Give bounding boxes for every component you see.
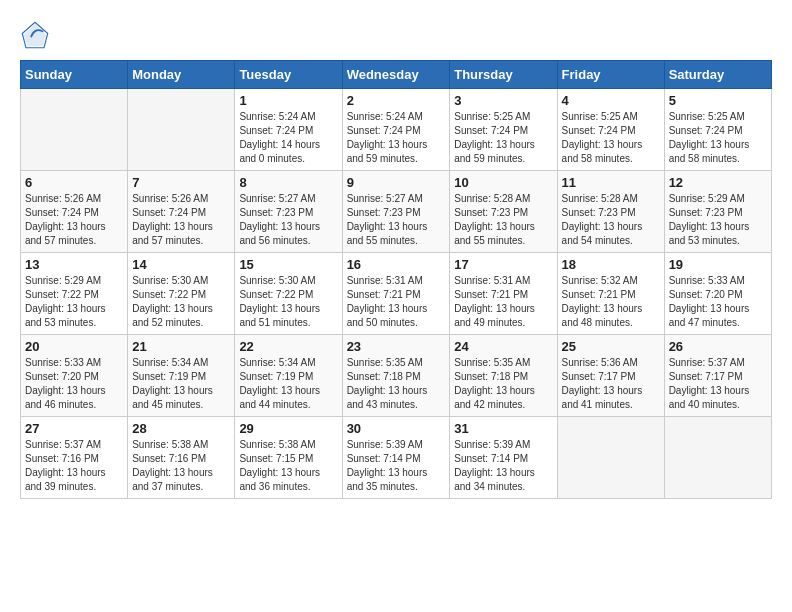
week-row-5: 27Sunrise: 5:37 AM Sunset: 7:16 PM Dayli… (21, 417, 772, 499)
calendar-cell: 24Sunrise: 5:35 AM Sunset: 7:18 PM Dayli… (450, 335, 557, 417)
day-number: 25 (562, 339, 660, 354)
day-number: 21 (132, 339, 230, 354)
day-number: 28 (132, 421, 230, 436)
calendar-cell: 18Sunrise: 5:32 AM Sunset: 7:21 PM Dayli… (557, 253, 664, 335)
day-number: 8 (239, 175, 337, 190)
calendar-cell: 15Sunrise: 5:30 AM Sunset: 7:22 PM Dayli… (235, 253, 342, 335)
day-info: Sunrise: 5:39 AM Sunset: 7:14 PM Dayligh… (347, 438, 446, 494)
calendar-cell: 10Sunrise: 5:28 AM Sunset: 7:23 PM Dayli… (450, 171, 557, 253)
day-info: Sunrise: 5:24 AM Sunset: 7:24 PM Dayligh… (239, 110, 337, 166)
day-number: 14 (132, 257, 230, 272)
calendar: SundayMondayTuesdayWednesdayThursdayFrid… (20, 60, 772, 499)
day-number: 7 (132, 175, 230, 190)
day-number: 11 (562, 175, 660, 190)
calendar-cell: 2Sunrise: 5:24 AM Sunset: 7:24 PM Daylig… (342, 89, 450, 171)
day-number: 29 (239, 421, 337, 436)
day-number: 5 (669, 93, 767, 108)
day-number: 3 (454, 93, 552, 108)
calendar-cell: 20Sunrise: 5:33 AM Sunset: 7:20 PM Dayli… (21, 335, 128, 417)
weekday-header-friday: Friday (557, 61, 664, 89)
day-info: Sunrise: 5:25 AM Sunset: 7:24 PM Dayligh… (562, 110, 660, 166)
day-info: Sunrise: 5:35 AM Sunset: 7:18 PM Dayligh… (347, 356, 446, 412)
calendar-cell: 19Sunrise: 5:33 AM Sunset: 7:20 PM Dayli… (664, 253, 771, 335)
calendar-cell (557, 417, 664, 499)
calendar-cell: 16Sunrise: 5:31 AM Sunset: 7:21 PM Dayli… (342, 253, 450, 335)
calendar-cell: 1Sunrise: 5:24 AM Sunset: 7:24 PM Daylig… (235, 89, 342, 171)
weekday-header-tuesday: Tuesday (235, 61, 342, 89)
calendar-cell: 21Sunrise: 5:34 AM Sunset: 7:19 PM Dayli… (128, 335, 235, 417)
logo (20, 20, 55, 50)
calendar-cell (664, 417, 771, 499)
day-number: 12 (669, 175, 767, 190)
weekday-header-thursday: Thursday (450, 61, 557, 89)
day-info: Sunrise: 5:27 AM Sunset: 7:23 PM Dayligh… (347, 192, 446, 248)
day-number: 13 (25, 257, 123, 272)
day-number: 24 (454, 339, 552, 354)
calendar-cell: 26Sunrise: 5:37 AM Sunset: 7:17 PM Dayli… (664, 335, 771, 417)
week-row-1: 1Sunrise: 5:24 AM Sunset: 7:24 PM Daylig… (21, 89, 772, 171)
week-row-3: 13Sunrise: 5:29 AM Sunset: 7:22 PM Dayli… (21, 253, 772, 335)
calendar-cell: 30Sunrise: 5:39 AM Sunset: 7:14 PM Dayli… (342, 417, 450, 499)
calendar-cell: 3Sunrise: 5:25 AM Sunset: 7:24 PM Daylig… (450, 89, 557, 171)
week-row-4: 20Sunrise: 5:33 AM Sunset: 7:20 PM Dayli… (21, 335, 772, 417)
day-info: Sunrise: 5:32 AM Sunset: 7:21 PM Dayligh… (562, 274, 660, 330)
calendar-cell: 17Sunrise: 5:31 AM Sunset: 7:21 PM Dayli… (450, 253, 557, 335)
calendar-cell: 31Sunrise: 5:39 AM Sunset: 7:14 PM Dayli… (450, 417, 557, 499)
day-info: Sunrise: 5:25 AM Sunset: 7:24 PM Dayligh… (454, 110, 552, 166)
day-info: Sunrise: 5:34 AM Sunset: 7:19 PM Dayligh… (132, 356, 230, 412)
day-info: Sunrise: 5:34 AM Sunset: 7:19 PM Dayligh… (239, 356, 337, 412)
day-number: 9 (347, 175, 446, 190)
calendar-cell: 27Sunrise: 5:37 AM Sunset: 7:16 PM Dayli… (21, 417, 128, 499)
header (20, 20, 772, 50)
logo-icon (20, 20, 50, 50)
day-info: Sunrise: 5:35 AM Sunset: 7:18 PM Dayligh… (454, 356, 552, 412)
calendar-cell (128, 89, 235, 171)
calendar-cell: 23Sunrise: 5:35 AM Sunset: 7:18 PM Dayli… (342, 335, 450, 417)
calendar-cell: 28Sunrise: 5:38 AM Sunset: 7:16 PM Dayli… (128, 417, 235, 499)
calendar-cell: 29Sunrise: 5:38 AM Sunset: 7:15 PM Dayli… (235, 417, 342, 499)
calendar-cell: 4Sunrise: 5:25 AM Sunset: 7:24 PM Daylig… (557, 89, 664, 171)
day-info: Sunrise: 5:37 AM Sunset: 7:16 PM Dayligh… (25, 438, 123, 494)
day-number: 22 (239, 339, 337, 354)
day-info: Sunrise: 5:28 AM Sunset: 7:23 PM Dayligh… (562, 192, 660, 248)
day-number: 15 (239, 257, 337, 272)
day-number: 31 (454, 421, 552, 436)
calendar-cell: 7Sunrise: 5:26 AM Sunset: 7:24 PM Daylig… (128, 171, 235, 253)
day-number: 1 (239, 93, 337, 108)
day-info: Sunrise: 5:31 AM Sunset: 7:21 PM Dayligh… (454, 274, 552, 330)
calendar-cell: 5Sunrise: 5:25 AM Sunset: 7:24 PM Daylig… (664, 89, 771, 171)
day-number: 27 (25, 421, 123, 436)
day-info: Sunrise: 5:31 AM Sunset: 7:21 PM Dayligh… (347, 274, 446, 330)
day-number: 10 (454, 175, 552, 190)
calendar-cell: 11Sunrise: 5:28 AM Sunset: 7:23 PM Dayli… (557, 171, 664, 253)
day-info: Sunrise: 5:29 AM Sunset: 7:23 PM Dayligh… (669, 192, 767, 248)
day-info: Sunrise: 5:33 AM Sunset: 7:20 PM Dayligh… (25, 356, 123, 412)
week-row-2: 6Sunrise: 5:26 AM Sunset: 7:24 PM Daylig… (21, 171, 772, 253)
day-number: 2 (347, 93, 446, 108)
day-info: Sunrise: 5:38 AM Sunset: 7:15 PM Dayligh… (239, 438, 337, 494)
day-number: 23 (347, 339, 446, 354)
calendar-cell: 6Sunrise: 5:26 AM Sunset: 7:24 PM Daylig… (21, 171, 128, 253)
weekday-header-wednesday: Wednesday (342, 61, 450, 89)
day-info: Sunrise: 5:39 AM Sunset: 7:14 PM Dayligh… (454, 438, 552, 494)
svg-marker-0 (24, 24, 47, 47)
day-number: 6 (25, 175, 123, 190)
weekday-header-saturday: Saturday (664, 61, 771, 89)
day-info: Sunrise: 5:26 AM Sunset: 7:24 PM Dayligh… (132, 192, 230, 248)
weekday-header-monday: Monday (128, 61, 235, 89)
day-number: 20 (25, 339, 123, 354)
calendar-cell: 9Sunrise: 5:27 AM Sunset: 7:23 PM Daylig… (342, 171, 450, 253)
day-number: 4 (562, 93, 660, 108)
day-info: Sunrise: 5:33 AM Sunset: 7:20 PM Dayligh… (669, 274, 767, 330)
weekday-header-row: SundayMondayTuesdayWednesdayThursdayFrid… (21, 61, 772, 89)
calendar-cell: 22Sunrise: 5:34 AM Sunset: 7:19 PM Dayli… (235, 335, 342, 417)
calendar-cell: 13Sunrise: 5:29 AM Sunset: 7:22 PM Dayli… (21, 253, 128, 335)
day-info: Sunrise: 5:36 AM Sunset: 7:17 PM Dayligh… (562, 356, 660, 412)
day-info: Sunrise: 5:30 AM Sunset: 7:22 PM Dayligh… (239, 274, 337, 330)
weekday-header-sunday: Sunday (21, 61, 128, 89)
day-info: Sunrise: 5:26 AM Sunset: 7:24 PM Dayligh… (25, 192, 123, 248)
day-info: Sunrise: 5:29 AM Sunset: 7:22 PM Dayligh… (25, 274, 123, 330)
day-info: Sunrise: 5:30 AM Sunset: 7:22 PM Dayligh… (132, 274, 230, 330)
calendar-cell: 8Sunrise: 5:27 AM Sunset: 7:23 PM Daylig… (235, 171, 342, 253)
calendar-cell: 14Sunrise: 5:30 AM Sunset: 7:22 PM Dayli… (128, 253, 235, 335)
